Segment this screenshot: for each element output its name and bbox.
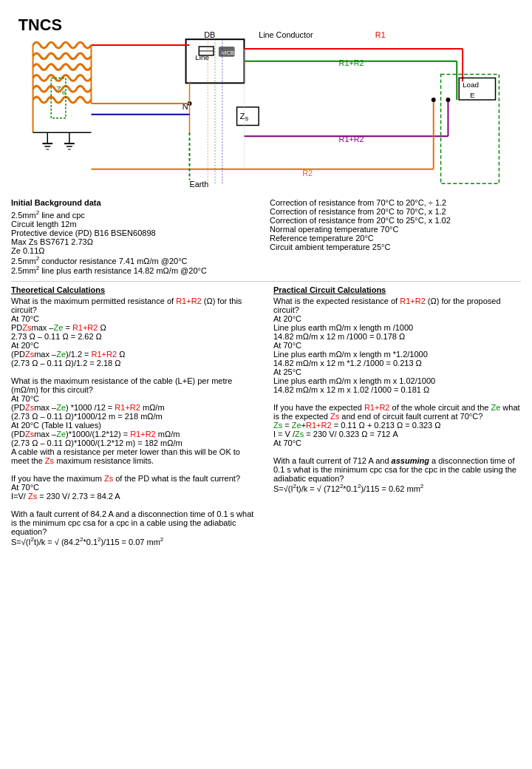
prac-p7: 14.82 mΩ/m x 12 m *1.2 /1000 = 0.213 Ω [273,359,521,367]
prac-p3: Line plus earth mΩ/m x length m /1000 [273,323,521,332]
theo-p3: PDZsmax –Ze = R1+R2 Ω [11,323,259,332]
background-right: Correction of resistance from 70°C to 20… [270,198,521,275]
prac-p9: Line plus earth mΩ/m x length m x 1.02/1… [273,376,521,385]
svg-text:R2: R2 [302,169,313,178]
theo-p5: At 20°C [11,341,259,350]
theo-p10: (PDZsmax –Ze) *1000 /12 = R1+R2 mΩ/m [11,403,259,412]
bg-item-5: Ze 0.11Ω [11,246,262,255]
theo-p20: S=√(I2t)/k = √ (84.22*0.12)/115 = 0.07 m… [11,536,259,546]
svg-text:TNCS: TNCS [18,16,62,34]
prac-p14: At 70°C [273,438,521,447]
prac-p1: What is the expected resistance of R1+R2… [273,297,521,314]
svg-text:DB: DB [204,30,215,39]
theo-p18: I=V/ Zs = 230 V/ 2.73 = 84.2 A [11,492,259,501]
theo-p1: What is the maximum permitted resistance… [11,297,259,314]
svg-text:R1: R1 [375,30,386,39]
svg-text:R1+R2: R1+R2 [339,58,364,67]
prac-p16: S=√(I2t)/k = √ (7122*0.12)/115 = 0.62 mm… [273,483,521,493]
bg-item-6: 2.5mm2 conductor resistance 7.41 mΩ/m @2… [11,255,262,265]
theo-p8: What is the maximum resistance of the ca… [11,376,259,394]
prac-p6: Line plus earth mΩ/m x length m *1.2/100… [273,350,521,359]
prac-p10: 14.82 mΩ/m x 12 m x 1.02 /1000 = 0.181 Ω [273,385,521,394]
theo-p14: (2.73 Ω – 0.11 Ω)*1000/(1.2*12 m) = 182 … [11,438,259,447]
bg-right-6: Circuit ambient temperature 25°C [270,243,521,251]
bg-right-3: Correction of resistance from 20°C to 25… [270,216,521,225]
theo-p7: (2.73 Ω – 0.11 Ω)/1.2 = 2.18 Ω [11,359,259,367]
theo-p11: (2.73 Ω – 0.11 Ω)*1000/12 m = 218 mΩ/m [11,412,259,421]
prac-p13: I = V /Zs = 230 V/ 0.323 Ω = 712 A [273,430,521,438]
prac-p2: At 20°C [273,314,521,323]
prac-p12: Zs = Ze+R1+R2 = 0.11 Ω + 0.213 Ω = 0.323… [273,421,521,430]
bg-right-1: Correction of resistance from 70°C to 20… [270,198,521,207]
theo-p6: (PDZsmax –Ze)/1.2 = R1+R2 Ω [11,350,259,359]
background-title: Initial Background data [11,198,262,207]
theoretical-title: Theoretical Calculations [11,285,259,294]
theo-p4: 2.73 Ω – 0.11 Ω = 2.62 Ω [11,332,259,341]
prac-p15: With a fault current of 712 A and assumi… [273,456,521,483]
practical-title: Practical Circuit Calculations [273,285,521,294]
bg-item-2: Circuit length 12m [11,220,262,228]
prac-p8: At 25°C [273,367,521,376]
diagram-container: TNCS Z e DB MCB [11,7,521,192]
calculations-area: Theoretical Calculations What is the max… [11,285,521,546]
prac-p4: 14.82 mΩ/m x 12 m /1000 = 0.178 Ω [273,332,521,341]
bg-item-3: Protective device (PD) B16 BSEN60898 [11,228,262,237]
bg-item-1: 2.5mm2 line and cpc [11,209,262,220]
svg-text:Load: Load [463,81,479,89]
bg-right-2: Correction of resistance from 20°C to 70… [270,207,521,216]
bg-right-4: Normal operating temperature 70°C [270,225,521,234]
background-section: Initial Background data 2.5mm2 line and … [11,198,521,275]
theo-p2: At 70°C [11,314,259,323]
svg-text:E: E [470,91,475,99]
theo-p9: At 70°C [11,394,259,403]
bg-item-7: 2.5mm2 line plus earth resistance 14.82 … [11,265,262,275]
practical-section: Practical Circuit Calculations What is t… [273,285,521,546]
prac-p5: At 70°C [273,341,521,350]
prac-p11: If you have the expected R1+R2 of the wh… [273,403,521,421]
bg-item-4: Max Zs BS7671 2.73Ω [11,237,262,246]
svg-text:MCB: MCB [222,50,235,56]
theo-p15: A cable with a resistance per meter lowe… [11,447,259,465]
theo-p19: With a fault current of 84.2 A and a dis… [11,509,259,536]
theo-p17: At 70°C [11,483,259,492]
theoretical-section: Theoretical Calculations What is the max… [11,285,259,546]
svg-point-38 [446,98,450,102]
theo-p13: (PDZsmax –Ze)*1000/(1.2*12) = R1+R2 mΩ/m [11,430,259,438]
theo-p12: At 20°C (Table I1 values) [11,421,259,430]
svg-point-42 [432,98,436,102]
svg-text:Line Conductor: Line Conductor [259,30,313,39]
svg-text:Earth: Earth [190,180,209,189]
background-left: Initial Background data 2.5mm2 line and … [11,198,262,275]
bg-right-5: Reference temperature 20°C [270,234,521,243]
theo-p16: If you have the maximum Zs of the PD wha… [11,474,259,483]
